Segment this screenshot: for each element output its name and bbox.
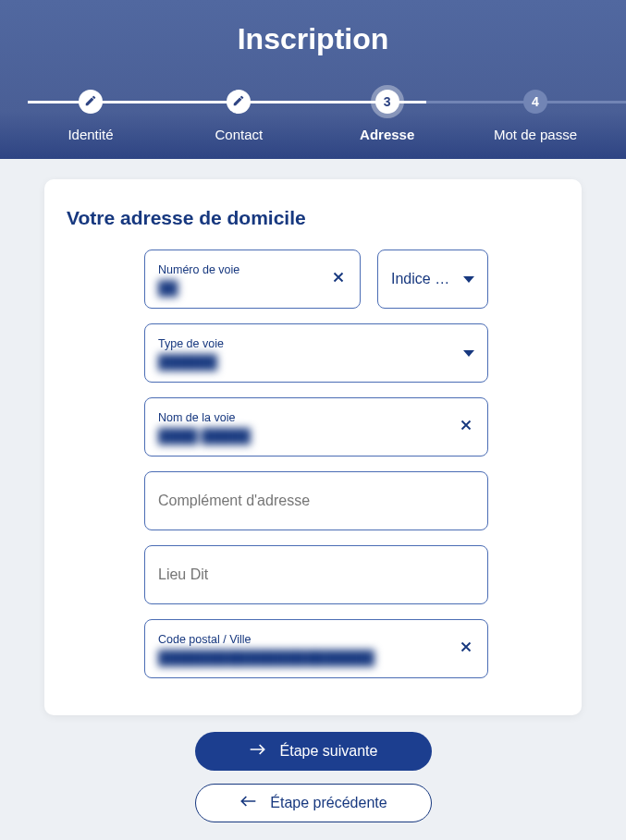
step-label-3: Adresse <box>360 127 414 142</box>
indice-label: Indice d... <box>391 271 454 287</box>
code-postal-label: Code postal / Ville <box>158 633 474 646</box>
numero-voie-field[interactable]: Numéro de voie ██ <box>144 250 361 309</box>
pencil-icon <box>232 94 245 110</box>
clear-icon[interactable] <box>330 269 347 289</box>
type-voie-select[interactable]: Type de voie ██████ <box>144 323 488 383</box>
clear-icon[interactable] <box>458 417 474 437</box>
step-motdepasse[interactable]: 4 Mot de passe <box>489 90 582 142</box>
code-postal-value: ██████████████████████ <box>158 650 474 665</box>
nom-voie-field[interactable]: Nom de la voie ████ █████ <box>144 397 488 457</box>
complement-input[interactable] <box>158 493 474 509</box>
prev-button-label: Étape précédente <box>270 795 387 811</box>
code-postal-field[interactable]: Code postal / Ville ████████████████████… <box>144 619 488 678</box>
progress-stepper: Identité Contact 3 Adresse 4 Mot de pass… <box>0 90 626 142</box>
nom-voie-label: Nom de la voie <box>158 411 474 424</box>
nom-voie-value: ████ █████ <box>158 428 474 444</box>
numero-label: Numéro de voie <box>158 263 347 276</box>
step-label-2: Contact <box>215 127 263 142</box>
step-circle-2 <box>227 90 251 114</box>
step-circle-1 <box>79 90 103 114</box>
arrow-left-icon <box>239 795 257 811</box>
card-title: Votre adresse de domicile <box>67 207 559 229</box>
step-identite[interactable]: Identité <box>44 90 137 142</box>
indice-select[interactable]: Indice d... <box>377 250 488 309</box>
chevron-down-icon <box>463 271 474 287</box>
next-button-label: Étape suivante <box>280 743 378 760</box>
lieu-dit-field[interactable] <box>144 545 488 604</box>
step-label-4: Mot de passe <box>494 127 577 142</box>
lieu-dit-input[interactable] <box>158 566 474 583</box>
type-voie-label: Type de voie <box>158 337 474 350</box>
step-label-1: Identité <box>68 127 113 142</box>
step-contact[interactable]: Contact <box>192 90 285 142</box>
chevron-down-icon <box>463 345 474 361</box>
complement-field[interactable] <box>144 471 488 530</box>
clear-icon[interactable] <box>458 639 474 659</box>
page-title: Inscription <box>0 0 626 56</box>
form-actions: Étape suivante Étape précédente <box>0 732 626 822</box>
type-voie-value: ██████ <box>158 354 474 370</box>
step-circle-4: 4 <box>523 90 547 114</box>
arrow-right-icon <box>249 743 267 760</box>
prev-step-button[interactable]: Étape précédente <box>195 784 432 822</box>
next-step-button[interactable]: Étape suivante <box>195 732 432 771</box>
step-adresse[interactable]: 3 Adresse <box>341 90 434 142</box>
numero-value: ██ <box>158 280 347 296</box>
address-form-card: Votre adresse de domicile Numéro de voie… <box>44 179 582 715</box>
pencil-icon <box>84 94 97 110</box>
step-circle-3: 3 <box>375 90 399 114</box>
page-header: Inscription Identité <box>0 0 626 159</box>
